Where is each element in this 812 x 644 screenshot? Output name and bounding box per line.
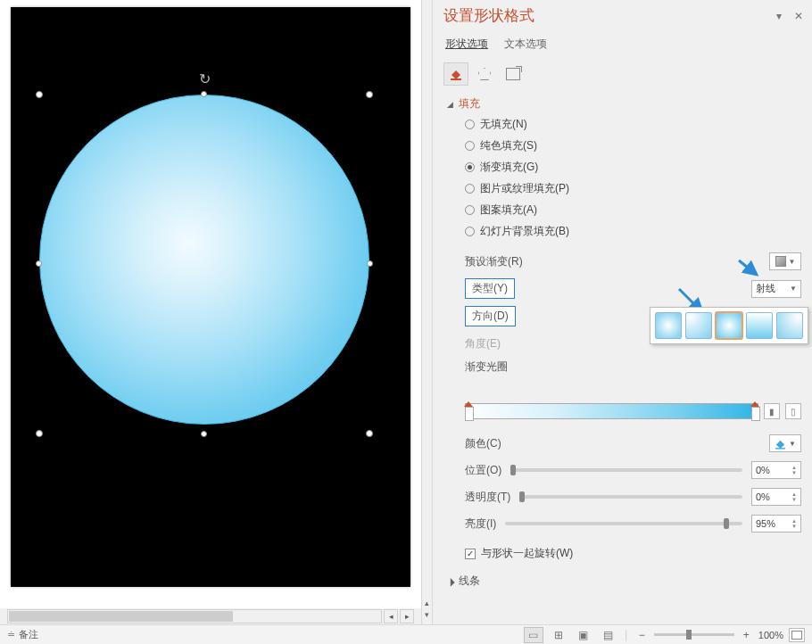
resize-handle-br[interactable] [366, 430, 373, 437]
brightness-slider[interactable] [505, 522, 742, 525]
gradient-direction-popup [650, 307, 808, 344]
remove-stop-button[interactable]: ▯ [785, 403, 801, 419]
position-spinner[interactable]: 0%▲▼ [751, 461, 801, 479]
gradient-type-dropdown[interactable]: 射线▼ [751, 280, 801, 298]
fill-section-header[interactable]: ◢ 填充 [447, 96, 803, 111]
zoom-slider[interactable] [654, 633, 734, 636]
tab-shape-options[interactable]: 形状选项 [445, 37, 488, 52]
preset-gradient-label: 预设渐变(R) [465, 254, 523, 269]
zoom-out-button[interactable]: − [635, 629, 649, 641]
scroll-right-button[interactable]: ▸ [400, 609, 414, 623]
fit-to-window-button[interactable] [789, 628, 805, 642]
svg-rect-1 [775, 448, 785, 449]
gradient-stops-label: 渐变光圈 [465, 359, 508, 375]
size-tab-icon[interactable] [501, 62, 526, 86]
rotate-with-shape-label: 与形状一起旋转(W) [481, 546, 573, 561]
rotate-handle[interactable]: ↻ [199, 70, 211, 87]
next-slide-icon[interactable]: ▾ [425, 610, 429, 619]
gradient-angle-label: 角度(E) [465, 336, 501, 351]
vertical-gutter: ▴ ▾ [421, 0, 432, 624]
direction-option-3[interactable] [716, 312, 742, 339]
collapse-icon: ◢ [447, 100, 453, 109]
stop-position-label: 位置(O) [465, 463, 501, 478]
direction-option-4[interactable] [746, 312, 773, 339]
zoom-level[interactable]: 100% [758, 630, 783, 640]
slide-canvas-area: ↻ ◂ ▸ [0, 0, 421, 624]
panel-title: 设置形状格式 [443, 5, 534, 26]
radio-slidebg-fill[interactable]: 幻灯片背景填充(B) [465, 224, 801, 239]
line-section-header[interactable]: ◢ 线条 [447, 574, 803, 589]
panel-menu-icon[interactable]: ▾ [776, 10, 782, 22]
transparency-spinner[interactable]: 0%▲▼ [751, 488, 801, 506]
svg-rect-0 [451, 78, 461, 80]
resize-handle-bl[interactable] [36, 430, 43, 437]
effects-tab-icon[interactable] [472, 62, 497, 86]
format-shape-panel: 设置形状格式 ▾ ✕ 形状选项 文本选项 ◢ 填充 [432, 0, 812, 624]
direction-option-2[interactable] [685, 312, 712, 339]
preset-gradient-dropdown[interactable]: ▼ [769, 252, 801, 270]
panel-close-icon[interactable]: ✕ [794, 10, 803, 22]
resize-handle-tl[interactable] [36, 91, 43, 98]
line-section-label: 线条 [459, 574, 480, 589]
view-slideshow-icon[interactable]: ▤ [599, 627, 618, 643]
gradient-stop-1[interactable] [464, 401, 473, 421]
brightness-label: 亮度(I) [465, 516, 496, 532]
gradient-stop-2[interactable] [750, 401, 759, 421]
brightness-spinner[interactable]: 95%▲▼ [751, 515, 801, 533]
view-sorter-icon[interactable]: ⊞ [549, 627, 568, 643]
stop-color-label: 颜色(C) [465, 436, 501, 451]
scroll-left-button[interactable]: ◂ [384, 609, 398, 623]
status-bar: ≐ 备注 ▭ ⊞ ▣ ▤ │ − + 100% [0, 624, 812, 644]
fill-section-label: 填充 [459, 96, 480, 111]
radio-no-fill[interactable]: 无填充(N) [465, 117, 801, 132]
fill-line-tab-icon[interactable] [443, 62, 468, 86]
prev-slide-icon[interactable]: ▴ [425, 599, 429, 607]
direction-option-1[interactable] [655, 312, 682, 339]
direction-option-5[interactable] [776, 312, 803, 339]
radio-solid-fill[interactable]: 纯色填充(S) [465, 138, 801, 153]
notes-icon[interactable]: ≐ [7, 629, 15, 640]
view-normal-icon[interactable]: ▭ [524, 627, 543, 643]
radio-picture-fill[interactable]: 图片或纹理填充(P) [465, 181, 801, 196]
gradient-direction-label: 方向(D) [465, 306, 516, 326]
resize-handle-tm[interactable] [201, 91, 207, 97]
resize-handle-mr[interactable] [367, 260, 373, 267]
gradient-type-label: 类型(Y) [465, 278, 515, 299]
position-slider[interactable] [510, 468, 742, 472]
horizontal-scrollbar[interactable] [7, 609, 382, 623]
resize-handle-bm[interactable] [201, 431, 207, 437]
stop-color-dropdown[interactable]: ▼ [769, 434, 801, 452]
expand-icon: ◢ [444, 575, 455, 586]
gradient-stops-bar[interactable] [465, 403, 758, 419]
transparency-label: 透明度(T) [465, 490, 510, 505]
selected-shape-bbox[interactable]: ↻ [39, 95, 369, 433]
resize-handle-ml[interactable] [36, 260, 42, 267]
slide[interactable]: ↻ [11, 7, 410, 587]
zoom-in-button[interactable]: + [740, 629, 753, 641]
radio-pattern-fill[interactable]: 图案填充(A) [465, 202, 801, 218]
add-stop-button[interactable]: ▮ [764, 403, 780, 419]
radio-gradient-fill[interactable]: 渐变填充(G) [465, 160, 801, 175]
notes-button[interactable]: 备注 [19, 628, 38, 641]
view-reading-icon[interactable]: ▣ [574, 627, 593, 643]
tab-text-options[interactable]: 文本选项 [504, 37, 547, 52]
resize-handle-tr[interactable] [366, 91, 373, 98]
oval-shape[interactable] [39, 95, 369, 425]
transparency-slider[interactable] [519, 495, 742, 499]
rotate-with-shape-checkbox[interactable]: ✓ 与形状一起旋转(W) [465, 546, 801, 561]
